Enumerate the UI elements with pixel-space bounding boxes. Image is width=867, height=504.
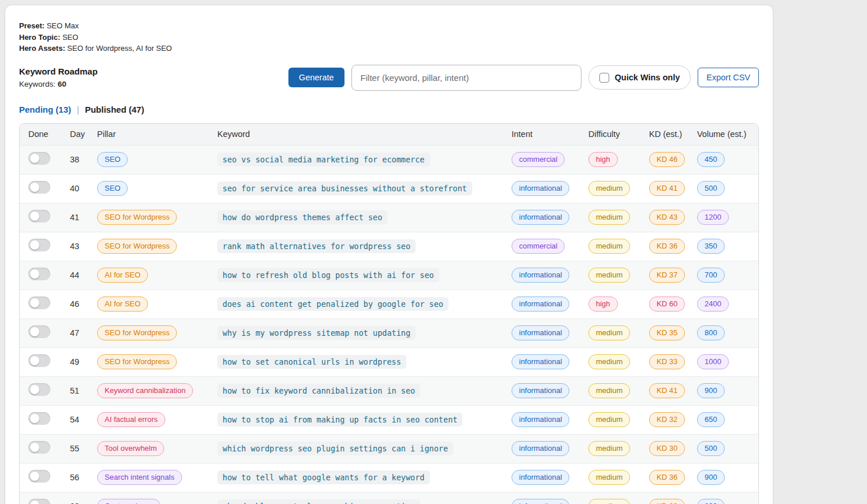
table-row: 49 SEO for Wordpress how to set canonica… [20,347,758,376]
quick-wins-toggle[interactable]: Quick Wins only [588,65,691,90]
toggle-knob [30,443,39,452]
generate-button[interactable]: Generate [288,68,344,87]
intent-badge: informational [512,354,569,369]
table-row: 40 SEO seo for service area businesses w… [20,174,758,203]
keyword-text: how to fix keyword cannibalization in se… [217,384,420,398]
kd-badge: KD 37 [649,268,685,283]
keyword-cell: why is my wordpress sitemap not updating [217,328,512,338]
table-row: 54 AI factual errors how to stop ai from… [20,405,758,434]
pillar-cell: SEO [97,181,217,196]
difficulty-badge: medium [588,325,630,340]
table-row: 46 AI for SEO does ai content get penali… [20,290,758,318]
keyword-cell: how to stop ai from making up facts in s… [217,414,512,425]
done-toggle[interactable] [28,354,50,367]
col-header-intent: Intent [512,129,588,139]
pillar-cell: Content decay [97,499,217,504]
keyword-cell: how to refresh old blog posts with ai fo… [217,270,512,280]
done-toggle[interactable] [28,470,50,483]
table-header-row: Done Day Pillar Keyword Intent Difficult… [20,124,758,145]
pillar-cell: SEO for Wordpress [97,239,217,254]
tab-pending[interactable]: Pending (13) [19,105,71,114]
keyword-cell: how do wordpress themes affect seo [217,212,512,223]
volume-badge: 900 [697,383,725,398]
volume-cell: 1200 [697,210,750,225]
kd-cell: KD 30 [649,441,697,456]
pillar-cell: AI factual errors [97,412,217,427]
keyword-text: how to refresh old blog posts with ai fo… [217,268,439,282]
toggle-knob [30,240,39,250]
volume-badge: 1000 [697,354,729,369]
export-csv-button[interactable]: Export CSV [698,68,759,87]
done-toggle[interactable] [28,383,50,396]
intent-badge: informational [512,499,569,504]
day-value: 44 [70,270,97,280]
keyword-text: how to tell what google wants for a keyw… [217,470,430,484]
kd-cell: KD 37 [649,268,697,283]
done-cell [28,354,70,369]
done-cell [28,470,70,485]
hero-assets-line: Hero Assets: SEO for Wordpress, AI for S… [19,43,759,54]
intent-cell: informational [512,325,588,340]
intent-badge: informational [512,297,569,312]
intent-badge: informational [512,470,569,485]
done-toggle[interactable] [28,268,50,280]
pillar-badge: SEO for Wordpress [97,239,177,254]
toggle-knob [30,327,39,336]
volume-badge: 500 [697,181,725,196]
tab-published[interactable]: Published (47) [85,105,144,114]
difficulty-badge: medium [588,239,630,254]
table-row: 44 AI for SEO how to refresh old blog po… [20,261,758,290]
pillar-badge: SEO for Wordpress [97,354,177,369]
done-toggle[interactable] [28,297,50,309]
keyword-text: which wordpress seo plugin settings can … [217,442,453,455]
done-cell [28,152,70,167]
pillar-badge: AI factual errors [97,412,165,427]
pillar-cell: SEO [97,152,217,167]
quick-wins-checkbox[interactable] [599,73,609,83]
preset-label: Preset: [19,21,45,30]
done-toggle[interactable] [28,210,50,223]
done-toggle[interactable] [28,325,50,338]
done-toggle[interactable] [28,239,50,251]
kd-cell: KD 60 [649,297,697,312]
intent-badge: informational [512,181,569,196]
table-row: 41 SEO for Wordpress how do wordpress th… [20,203,758,232]
done-toggle[interactable] [28,181,50,194]
done-cell [28,268,70,283]
col-header-keyword: Keyword [217,129,512,139]
hero-assets-label: Hero Assets: [19,44,65,53]
volume-cell: 700 [697,268,750,283]
volume-cell: 2400 [697,297,750,312]
done-toggle[interactable] [28,412,50,425]
day-value: 55 [70,444,97,453]
intent-badge: commercial [512,239,565,254]
pillar-cell: Keyword cannibalization [97,383,217,398]
difficulty-cell: medium [588,412,649,427]
toggle-knob [30,298,39,307]
done-toggle[interactable] [28,441,50,454]
difficulty-badge: medium [588,412,630,427]
kd-cell: KD 32 [649,412,697,427]
keyword-cell: which wordpress seo plugin settings can … [217,443,512,454]
kd-cell: KD 33 [649,354,697,369]
day-value: 51 [70,386,97,395]
difficulty-badge: medium [588,268,630,283]
intent-badge: commercial [512,152,565,167]
pillar-cell: AI for SEO [97,268,217,283]
intent-badge: informational [512,441,569,456]
kd-badge: KD 33 [649,354,685,369]
filter-input[interactable] [351,65,581,91]
col-header-difficulty: Difficulty [588,129,649,139]
difficulty-badge: medium [588,470,630,485]
volume-cell: 900 [697,383,750,398]
done-toggle[interactable] [28,152,50,165]
difficulty-badge: high [588,152,618,167]
toggle-knob [30,385,39,394]
done-toggle[interactable] [28,499,50,504]
kd-badge: KD 36 [649,470,685,485]
keyword-text: seo vs social media marketing for ecomme… [217,153,430,166]
day-value: 43 [70,242,97,251]
kd-badge: KD 43 [649,210,685,225]
kd-badge: KD 41 [649,383,685,398]
tabs: Pending (13) | Published (47) [19,105,759,114]
